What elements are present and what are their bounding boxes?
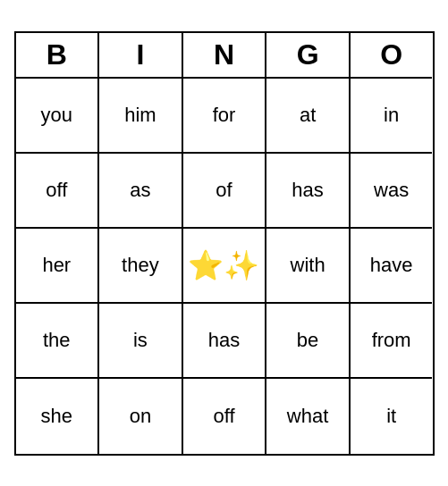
word-cell: from <box>351 304 433 379</box>
word-cell: the <box>16 304 100 379</box>
word-cell: of <box>183 154 267 229</box>
bingo-row: youhimforatin <box>16 79 433 154</box>
bingo-row: sheonoffwhatit <box>16 379 433 454</box>
word-cell: she <box>16 379 100 454</box>
word-cell: with <box>266 229 351 304</box>
word-cell: has <box>183 304 267 379</box>
word-cell: you <box>16 79 100 154</box>
word-cell: be <box>266 304 351 379</box>
word-cell: what <box>266 379 351 454</box>
header-letter: I <box>99 33 183 79</box>
word-cell: in <box>351 79 433 154</box>
word-cell: they <box>99 229 183 304</box>
word-cell: her <box>16 229 100 304</box>
header-letter: G <box>266 33 351 79</box>
word-cell: off <box>183 379 267 454</box>
bingo-card: BINGO youhimforatinoffasofhaswasherthey⭐… <box>14 31 435 456</box>
word-cell: him <box>99 79 183 154</box>
word-cell: at <box>266 79 351 154</box>
word-cell: off <box>16 154 100 229</box>
word-cell: on <box>99 379 183 454</box>
bingo-row: herthey⭐✨withhave <box>16 229 433 304</box>
header-letter: O <box>351 33 433 79</box>
bingo-grid: youhimforatinoffasofhaswasherthey⭐✨withh… <box>16 79 433 454</box>
free-space-cell: ⭐✨ <box>183 229 267 304</box>
word-cell: it <box>351 379 433 454</box>
word-cell: have <box>351 229 433 304</box>
bingo-header: BINGO <box>16 33 433 79</box>
word-cell: has <box>266 154 351 229</box>
word-cell: as <box>99 154 183 229</box>
bingo-row: offasofhaswas <box>16 154 433 229</box>
word-cell: for <box>183 79 267 154</box>
word-cell: was <box>351 154 433 229</box>
header-letter: N <box>183 33 267 79</box>
bingo-row: theishasbefrom <box>16 304 433 379</box>
word-cell: is <box>99 304 183 379</box>
header-letter: B <box>16 33 100 79</box>
